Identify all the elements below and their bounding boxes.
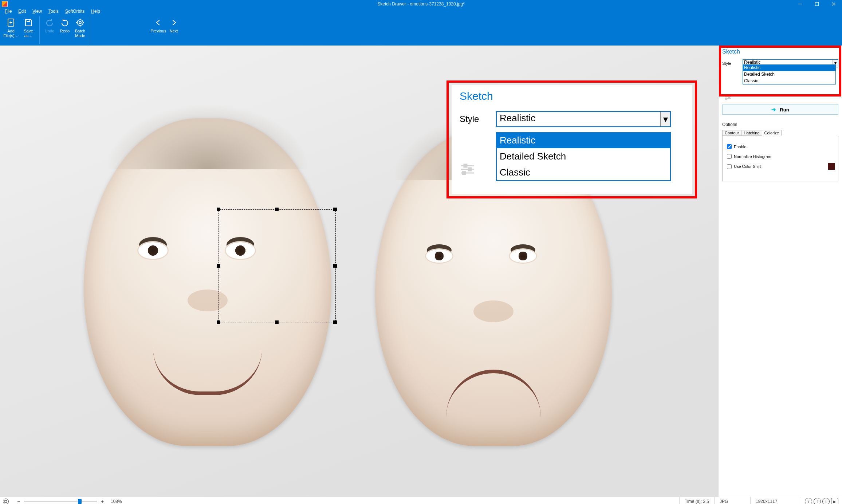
batch-mode-button[interactable]: Batch Mode <box>72 16 88 38</box>
svg-rect-7 <box>27 19 30 21</box>
app-logo-icon <box>2 1 8 7</box>
add-files-button[interactable]: Add File(s)… <box>2 16 20 38</box>
enable-label: Enable <box>734 145 746 149</box>
zoom-percent: 108% <box>111 499 122 504</box>
previous-button[interactable]: Previous <box>151 16 166 34</box>
redo-button[interactable]: Redo <box>57 16 72 34</box>
status-social: i f t ▶ <box>801 497 842 504</box>
undo-button[interactable]: Undo <box>42 16 57 34</box>
options-block: Enable Normalize Histogram Use Color Shi… <box>722 136 838 181</box>
status-format: JPG <box>714 497 750 504</box>
status-time: Time (s): 2.5 <box>679 497 714 504</box>
selection-handle-se[interactable] <box>333 320 337 324</box>
tab-hatching[interactable]: Hatching <box>741 130 762 136</box>
options-tabs: Contour Hatching Colorize <box>722 130 838 136</box>
status-bar: − + 108% Time (s): 2.5 JPG 1920x1117 i f… <box>0 497 842 504</box>
next-button[interactable]: Next <box>166 16 181 34</box>
svg-point-8 <box>77 20 83 25</box>
zoom-slider-thumb[interactable] <box>78 499 82 504</box>
selection-handle-w[interactable] <box>217 264 220 268</box>
zoom-in-button[interactable]: + <box>99 499 106 504</box>
selection-handle-nw[interactable] <box>217 208 220 211</box>
selection-rectangle[interactable] <box>219 209 336 323</box>
svg-rect-1 <box>815 2 819 5</box>
selection-handle-e[interactable] <box>333 264 337 268</box>
selection-handle-s[interactable] <box>275 320 279 324</box>
run-arrow-icon: ➔ <box>771 106 776 113</box>
tab-colorize[interactable]: Colorize <box>762 130 782 136</box>
menu-softorbits[interactable]: SoftOrbits <box>62 9 88 14</box>
color-shift-label: Use Color Shift <box>734 164 761 169</box>
annotation-highlight-zoom <box>446 80 697 198</box>
options-title: Options <box>722 122 838 127</box>
selection-handle-sw[interactable] <box>217 320 220 324</box>
maximize-button[interactable] <box>808 0 825 8</box>
youtube-icon[interactable]: ▶ <box>831 498 838 504</box>
selection-handle-ne[interactable] <box>333 208 337 211</box>
normalize-label: Normalize Histogram <box>734 154 771 159</box>
title-bar: Sketch Drawer - emotions-371238_1920.jpg… <box>0 0 842 8</box>
normalize-checkbox[interactable] <box>727 154 732 159</box>
annotation-highlight-sidepanel <box>719 46 841 97</box>
run-button-label: Run <box>780 107 789 113</box>
window-title: Sketch Drawer - emotions-371238_1920.jpg… <box>377 1 464 7</box>
svg-rect-19 <box>725 98 727 99</box>
app-body: Sketch Style Realistic ▾ Realistic Detai… <box>0 46 842 497</box>
zoom-slider[interactable] <box>24 501 97 502</box>
save-as-button[interactable]: Save as… <box>20 16 37 38</box>
menu-file[interactable]: File <box>1 9 15 14</box>
color-shift-checkbox[interactable] <box>727 164 732 169</box>
tab-contour[interactable]: Contour <box>722 130 741 136</box>
menu-tools[interactable]: Tools <box>45 9 62 14</box>
twitter-icon[interactable]: t <box>822 498 830 504</box>
enable-checkbox[interactable] <box>727 144 732 149</box>
svg-point-9 <box>79 21 81 24</box>
toolbar-ribbon: Add File(s)… Save as… Undo Redo Batch Mo… <box>0 15 842 46</box>
zoom-out-button[interactable]: − <box>15 499 22 504</box>
menu-bar: File Edit View Tools SoftOrbits Help <box>0 8 842 15</box>
run-button[interactable]: ➔ Run <box>722 105 838 115</box>
facebook-icon[interactable]: f <box>814 498 821 504</box>
minimize-button[interactable] <box>792 0 808 8</box>
window-controls <box>792 0 842 8</box>
fit-to-screen-button[interactable] <box>3 499 9 504</box>
zoom-control: − + 108% <box>12 499 126 504</box>
menu-edit[interactable]: Edit <box>15 9 29 14</box>
menu-help[interactable]: Help <box>88 9 103 14</box>
info-icon[interactable]: i <box>805 498 812 504</box>
close-button[interactable] <box>825 0 842 8</box>
svg-rect-26 <box>5 500 7 503</box>
status-dimensions: 1920x1117 <box>750 497 801 504</box>
color-shift-swatch[interactable] <box>828 163 835 170</box>
selection-handle-n[interactable] <box>275 208 279 211</box>
side-panel: Sketch Style Realistic ▾ Realistic Detai… <box>718 46 842 497</box>
menu-view[interactable]: View <box>29 9 45 14</box>
